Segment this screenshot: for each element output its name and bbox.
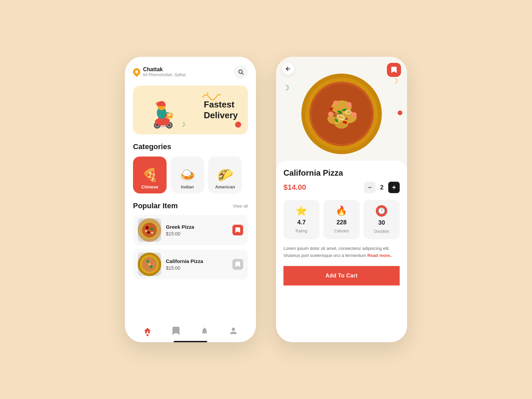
bottom-navigation <box>133 322 248 338</box>
delivery-illustration <box>140 94 178 134</box>
detail-bookmark-button[interactable] <box>387 63 401 77</box>
search-icon <box>238 69 244 75</box>
nav-home[interactable] <box>143 327 151 335</box>
california-pizza-price: $15:00 <box>166 265 232 271</box>
header: Chattak 64 Phirmohollah, Sylhet <box>133 65 248 79</box>
duration-card: 🕐 30 Duration <box>364 200 400 239</box>
nav-bookmarks[interactable] <box>172 327 180 335</box>
search-button[interactable] <box>234 65 248 79</box>
greek-pizza-info: Greek Pizza $15:00 <box>161 224 232 236</box>
banner-red-dot <box>235 122 241 128</box>
svg-point-24 <box>145 230 147 232</box>
location-text: Chattak 64 Phirmohollah, Sylhet <box>143 66 186 77</box>
banner-text: Fastest Delivery <box>204 99 238 120</box>
pizza-hero-section: ☽ ☽ <box>276 57 407 171</box>
svg-point-22 <box>147 231 150 234</box>
greek-pizza-image <box>138 218 161 242</box>
svg-point-14 <box>168 124 170 126</box>
american-icon: 🌮 <box>217 168 233 182</box>
food-item-california-pizza: California Pizza $15:00 <box>133 249 248 279</box>
indian-label: Indian <box>181 184 194 189</box>
food-items-list: Greek Pizza $15:00 <box>133 215 248 279</box>
svg-point-15 <box>207 92 209 94</box>
categories-title: Categories <box>133 142 248 151</box>
location-pin-icon <box>131 66 142 77</box>
calories-card: 🔥 228 Calories <box>323 200 359 239</box>
popular-title: Popular Item <box>133 202 178 210</box>
home-indicator <box>174 341 207 342</box>
screens-container: Chattak 64 Phirmohollah, Sylhet <box>125 57 407 342</box>
category-american[interactable]: 🌮 American <box>208 157 242 193</box>
svg-rect-11 <box>168 114 172 115</box>
category-chinese[interactable]: 🍕 Chinese <box>133 157 167 193</box>
price-row: $14.00 − 2 + <box>283 182 400 193</box>
svg-point-31 <box>150 265 152 268</box>
product-details: California Pizza $14.00 − 2 + ⭐ 4.7 Rati… <box>276 161 407 342</box>
bookmark-nav-icon <box>172 327 180 335</box>
california-pizza-bookmark[interactable] <box>232 259 243 270</box>
banner-teal-decoration: ☽ <box>180 121 185 128</box>
svg-rect-12 <box>168 115 170 116</box>
american-label: American <box>215 184 235 189</box>
svg-point-29 <box>151 262 153 264</box>
bookmark-detail-icon <box>391 66 397 73</box>
quantity-increase-button[interactable]: + <box>388 182 400 193</box>
right-phone: ☽ ☽ <box>276 57 407 342</box>
product-description: Lorem ipsum dolor sit amet, consectetur … <box>283 245 400 259</box>
profile-icon <box>229 327 237 335</box>
svg-point-20 <box>145 226 149 229</box>
home-icon <box>143 327 151 335</box>
nav-profile[interactable] <box>229 327 237 335</box>
svg-point-49 <box>333 114 337 117</box>
nav-notifications[interactable] <box>201 327 209 335</box>
svg-point-19 <box>142 223 157 237</box>
calories-value: 228 <box>337 219 347 226</box>
california-pizza-info: California Pizza $15:00 <box>161 258 232 271</box>
read-more-link[interactable]: Read more.. <box>367 253 392 258</box>
svg-point-13 <box>156 124 158 126</box>
bookmark-icon <box>235 227 240 233</box>
greek-pizza-price: $15:00 <box>166 231 232 236</box>
rating-card: ⭐ 4.7 Rating <box>283 200 319 239</box>
duration-label: Duration <box>374 229 389 234</box>
view-all-link[interactable]: View all <box>233 204 248 209</box>
location-address: 64 Phirmohollah, Sylhet <box>143 73 186 77</box>
indian-icon: 🍛 <box>180 168 195 182</box>
left-phone: Chattak 64 Phirmohollah, Sylhet <box>125 57 256 342</box>
back-arrow-icon <box>285 65 292 72</box>
greek-pizza-bookmark[interactable] <box>232 225 243 235</box>
deco-red-dot <box>398 110 402 115</box>
chinese-icon: 🍕 <box>142 168 158 182</box>
svg-point-28 <box>146 260 149 263</box>
quantity-value: 2 <box>380 184 384 191</box>
svg-point-23 <box>151 232 153 234</box>
location-name: Chattak <box>143 66 186 73</box>
quantity-controls: − 2 + <box>364 182 400 193</box>
deco-moon-yellow: ☽ <box>392 77 398 86</box>
bell-icon <box>201 327 209 335</box>
back-button[interactable] <box>282 63 294 75</box>
category-indian[interactable]: 🍛 Indian <box>171 157 204 193</box>
popular-section: Popular Item View all <box>133 202 248 279</box>
left-phone-content: Chattak 64 Phirmohollah, Sylhet <box>125 57 256 342</box>
product-name: California Pizza <box>283 168 400 178</box>
calories-label: Calories <box>334 229 349 233</box>
popular-header: Popular Item View all <box>133 202 248 210</box>
rating-value: 4.7 <box>297 219 306 226</box>
product-price: $14.00 <box>283 183 306 192</box>
svg-point-21 <box>150 228 153 230</box>
clock-icon: 🕐 <box>376 205 387 217</box>
duration-value: 30 <box>378 219 385 226</box>
location-info: Chattak 64 Phirmohollah, Sylhet <box>133 66 186 77</box>
pizza-image <box>301 74 382 154</box>
categories-section: Categories 🍕 Chinese 🍛 Indian 🌮 American <box>133 142 248 202</box>
california-pizza-image <box>138 253 161 276</box>
svg-line-1 <box>242 73 243 74</box>
california-pizza-name: California Pizza <box>166 258 232 264</box>
quantity-decrease-button[interactable]: − <box>364 182 375 193</box>
categories-list: 🍕 Chinese 🍛 Indian 🌮 American <box>133 157 248 193</box>
greek-pizza-name: Greek Pizza <box>166 224 232 230</box>
add-to-cart-button[interactable]: Add To Cart <box>283 266 400 285</box>
deco-moon-teal: ☽ <box>283 84 290 92</box>
svg-point-50 <box>345 118 348 120</box>
